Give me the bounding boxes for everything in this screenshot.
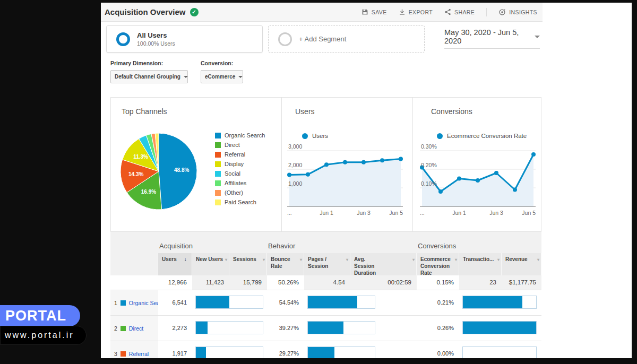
cell-bounce: 39.27% <box>267 316 304 341</box>
total-revenue: $1,177.75 <box>502 275 541 290</box>
row-label: 1 Organic Sear <box>110 290 158 315</box>
conversions-line-chart[interactable]: 0.10%0.20%0.30%...Jun 1Jun 3Jun 5 <box>420 143 536 218</box>
header-blank <box>110 253 158 275</box>
add-segment-circle-icon <box>278 32 292 46</box>
svg-text:2,000: 2,000 <box>288 162 302 168</box>
conversions-legend: Ecommerce Conversion Rate <box>437 133 527 139</box>
svg-text:Jun 1: Jun 1 <box>320 210 333 216</box>
header-pages-session[interactable]: Pages / Session▾ <box>304 253 350 275</box>
legend-dot-icon <box>437 133 443 139</box>
legend-swatch <box>215 152 221 158</box>
save-button[interactable]: SAVE <box>361 8 387 15</box>
legend-item: Referral <box>215 150 265 159</box>
date-range-text: May 30, 2020 - Jun 5, 2020 <box>444 28 530 45</box>
top-channels-pie-chart[interactable]: 48.8%16.9%14.3%11.3% <box>119 132 199 211</box>
conv-bar <box>463 322 536 334</box>
sort-icon: ▾ <box>225 257 227 263</box>
export-label: EXPORT <box>409 9 433 15</box>
save-icon <box>361 8 368 15</box>
cell-conv: 0.00% <box>417 341 459 358</box>
table-row: 2 Direct 2,273 39.27% 0.26% <box>110 316 541 341</box>
page-title: Acquisition Overview <box>105 7 186 16</box>
insights-button[interactable]: INSIGHTS <box>498 8 537 16</box>
report-toolbar: SAVE EXPORT SHARE INSIGHTS <box>361 8 537 16</box>
users-bar <box>196 322 208 334</box>
date-range-selector[interactable]: May 30, 2020 - Jun 5, 2020 <box>444 28 540 49</box>
export-button[interactable]: EXPORT <box>399 8 433 15</box>
chevron-down-icon <box>535 36 540 38</box>
verified-check-icon: ✓ <box>190 8 199 16</box>
conversion-dropdown[interactable]: eCommerce <box>201 70 243 83</box>
users-section: Users Users 1,0002,0003,000...Jun 1Jun 3… <box>282 98 413 231</box>
table-header-row: Users↓ New Users▾ Sessions▾ Bounce Rate▾… <box>110 253 541 275</box>
cell-users: 2,273 <box>158 316 192 341</box>
conversion-label: Conversion: <box>201 60 233 66</box>
table-row: 3 Referral 1,917 29.27% 0.00% <box>110 341 541 358</box>
cell-bounce: 29.27% <box>267 341 304 358</box>
header-users[interactable]: Users↓ <box>158 253 192 275</box>
conv-bar-cell <box>459 316 541 341</box>
legend-swatch <box>215 180 221 186</box>
pie-legend: Organic SearchDirectReferralDisplaySocia… <box>215 131 265 207</box>
chart-title-top-channels: Top Channels <box>122 107 167 116</box>
header-bounce-rate[interactable]: Bounce Rate▾ <box>267 253 304 275</box>
conv-bar-cell <box>459 290 541 315</box>
users-legend: Users <box>302 133 328 139</box>
legend-item: Organic Search <box>215 131 265 140</box>
users-bar-cell <box>192 316 267 341</box>
header-transactions[interactable]: Transactio...▾ <box>459 253 502 275</box>
svg-text:Jun 1: Jun 1 <box>452 210 466 216</box>
channel-link[interactable]: Organic Sear <box>129 300 158 306</box>
users-legend-label: Users <box>312 133 328 139</box>
cell-users: 1,917 <box>158 341 192 358</box>
legend-dot-icon <box>302 133 308 139</box>
insights-icon <box>498 8 506 16</box>
svg-text:Jun 5: Jun 5 <box>389 210 403 216</box>
channel-color-swatch <box>120 351 126 357</box>
segment-title: All Users <box>137 31 175 39</box>
bounce-bar <box>308 347 334 358</box>
svg-text:3,000: 3,000 <box>288 143 302 150</box>
header-ecomm-rate[interactable]: Ecommerce Conversion Rate▾ <box>417 253 459 275</box>
segment-all-users[interactable]: All Users 100.00% Users <box>106 25 263 53</box>
bounce-bar-cell <box>304 316 417 341</box>
legend-swatch <box>215 190 221 196</box>
cell-users: 6,541 <box>158 290 192 315</box>
total-users: 12,966 <box>158 275 192 290</box>
add-segment-label: + Add Segment <box>299 35 346 43</box>
share-button[interactable]: SHARE <box>444 8 475 15</box>
conversion-value: eCommerce <box>205 74 235 80</box>
report-header: Acquisition Overview ✓ SAVE EXPORT SHARE… <box>101 3 543 22</box>
header-sessions[interactable]: Sessions▾ <box>229 253 267 275</box>
channel-link[interactable]: Direct <box>129 325 143 332</box>
share-label: SHARE <box>454 9 475 15</box>
conversions-section: Conversions Ecommerce Conversion Rate 0.… <box>413 98 542 231</box>
insights-label: INSIGHTS <box>509 9 537 15</box>
users-bar <box>196 347 206 358</box>
group-conversions: Conversions <box>417 232 541 253</box>
add-segment-button[interactable]: + Add Segment <box>268 25 425 53</box>
header-revenue[interactable]: Revenue▾ <box>502 253 541 275</box>
svg-text:Jun 3: Jun 3 <box>357 210 371 216</box>
sort-icon: ▾ <box>537 257 539 263</box>
legend-label: Organic Search <box>225 132 265 138</box>
sort-icon: ▾ <box>412 257 415 263</box>
legend-item: Social <box>215 169 265 178</box>
chevron-down-icon <box>238 76 243 78</box>
legend-swatch <box>215 133 221 138</box>
header-new-users[interactable]: New Users▾ <box>192 253 229 275</box>
primary-dimension-dropdown[interactable]: Default Channel Grouping <box>110 70 188 83</box>
row-rank: 2 <box>114 325 117 332</box>
group-acquisition: Acquisition <box>158 232 267 253</box>
legend-label: Affiliates <box>225 180 246 186</box>
totals-blank <box>110 275 158 290</box>
legend-item: (Other) <box>215 188 265 197</box>
channel-link[interactable]: Referral <box>129 351 149 357</box>
bounce-bar <box>308 322 343 334</box>
chart-title-users: Users <box>295 107 315 116</box>
users-line-chart[interactable]: 1,0002,0003,000...Jun 1Jun 3Jun 5 <box>287 143 403 218</box>
chart-title-conversions: Conversions <box>431 107 472 116</box>
header-avg-duration[interactable]: Avg. Session Duration▾ <box>350 253 417 275</box>
sort-icon: ▾ <box>497 257 500 263</box>
watermark-brand: PORTAL <box>0 305 80 326</box>
